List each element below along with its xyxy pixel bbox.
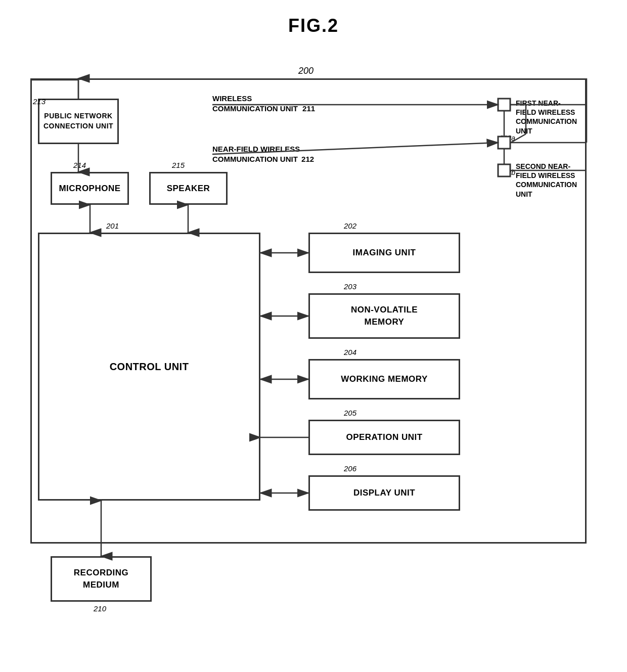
ref-201: 201 [106,221,119,230]
wireless-comm-label: WIRELESS COMMUNICATION UNIT 211 [212,94,315,113]
first-near-field-label: FIRST NEAR- FIELD WIRELESS COMMUNICATION… [516,99,577,136]
control-unit-label: CONTROL UNIT [110,360,189,374]
near-field-label: NEAR-FIELD WIRELESS COMMUNICATION UNIT 2… [212,144,314,164]
speaker-box: SPEAKER [149,172,228,205]
operation-unit-box: OPERATION UNIT [308,420,460,455]
imaging-unit-box: IMAGING UNIT [308,233,460,273]
ref-202: 202 [344,221,356,230]
ref-215: 215 [172,161,185,169]
display-unit-box: DISPLAY UNIT [308,475,460,511]
diagram: FIG.2 200 PUBLIC NETWORK CONNECTION UNIT… [0,0,627,672]
microphone-label: MICROPHONE [59,183,120,195]
public-network-label: PUBLIC NETWORK CONNECTION UNIT [43,111,113,131]
ref-203: 203 [344,282,356,291]
ref-205: 205 [344,409,356,417]
speaker-label: SPEAKER [167,183,210,195]
ref-204: 204 [344,348,356,356]
non-volatile-box: NON-VOLATILE MEMORY [308,293,460,339]
ref-212b: 212b [500,168,515,176]
second-near-field-label: SECOND NEAR- FIELD WIRELESS COMMUNICATIO… [516,162,577,199]
ref-211: 211 [302,104,315,113]
control-unit-box: CONTROL UNIT [38,233,260,501]
ref-200: 200 [298,66,314,76]
ref-212a: 212a [500,134,515,142]
working-memory-label: WORKING MEMORY [341,373,428,385]
working-memory-box: WORKING MEMORY [308,359,460,399]
fig-title: FIG.2 [288,15,339,36]
ref-210: 210 [94,604,106,613]
recording-medium-label: RECORDING MEDIUM [74,567,128,591]
imaging-unit-label: IMAGING UNIT [353,247,416,259]
microphone-box: MICROPHONE [51,172,129,205]
display-unit-label: DISPLAY UNIT [353,487,415,499]
recording-medium-box: RECORDING MEDIUM [51,556,152,602]
ref-213: 213 [33,97,46,106]
ref-212: 212 [301,155,314,163]
non-volatile-label: NON-VOLATILE MEMORY [351,304,418,328]
ref-206: 206 [344,464,356,473]
ref-214: 214 [73,161,86,169]
operation-unit-label: OPERATION UNIT [346,431,422,443]
public-network-box: PUBLIC NETWORK CONNECTION UNIT [38,99,119,144]
